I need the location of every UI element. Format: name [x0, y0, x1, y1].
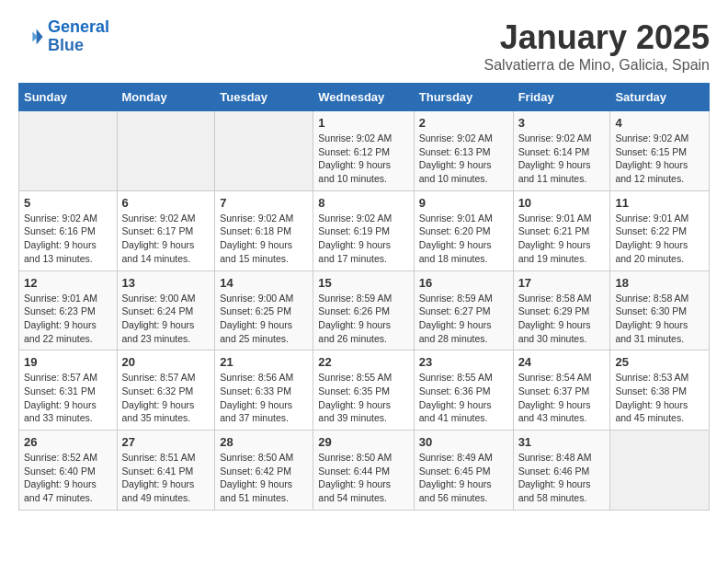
- day-header-monday: Monday: [117, 84, 215, 111]
- calendar-cell: 2Sunrise: 9:02 AM Sunset: 6:13 PM Daylig…: [414, 111, 513, 191]
- cell-daylight-info: Sunrise: 8:52 AM Sunset: 6:40 PM Dayligh…: [24, 451, 112, 505]
- cell-daylight-info: Sunrise: 9:02 AM Sunset: 6:19 PM Dayligh…: [318, 212, 408, 266]
- calendar-cell: 11Sunrise: 9:01 AM Sunset: 6:22 PM Dayli…: [610, 190, 710, 270]
- calendar-cell: 5Sunrise: 9:02 AM Sunset: 6:16 PM Daylig…: [19, 190, 118, 270]
- cell-daylight-info: Sunrise: 8:50 AM Sunset: 6:42 PM Dayligh…: [220, 451, 308, 505]
- day-number: 17: [518, 276, 606, 290]
- calendar-cell: [19, 111, 118, 191]
- location-title: Salvatierra de Mino, Galicia, Spain: [484, 57, 710, 74]
- day-number: 28: [220, 435, 308, 449]
- calendar-cell: 23Sunrise: 8:55 AM Sunset: 6:36 PM Dayli…: [414, 350, 513, 431]
- cell-daylight-info: Sunrise: 9:01 AM Sunset: 6:21 PM Dayligh…: [518, 212, 606, 266]
- day-number: 29: [318, 435, 408, 449]
- cell-daylight-info: Sunrise: 9:02 AM Sunset: 6:15 PM Dayligh…: [615, 132, 704, 186]
- cell-daylight-info: Sunrise: 9:00 AM Sunset: 6:25 PM Dayligh…: [220, 292, 308, 346]
- calendar-cell: 12Sunrise: 9:01 AM Sunset: 6:23 PM Dayli…: [19, 270, 118, 350]
- day-number: 20: [122, 355, 210, 369]
- calendar-header-row: SundayMondayTuesdayWednesdayThursdayFrid…: [19, 84, 710, 111]
- logo-icon: [18, 24, 44, 50]
- calendar-cell: 6Sunrise: 9:02 AM Sunset: 6:17 PM Daylig…: [117, 190, 215, 270]
- calendar-cell: 17Sunrise: 8:58 AM Sunset: 6:29 PM Dayli…: [513, 270, 610, 350]
- day-header-tuesday: Tuesday: [215, 84, 313, 111]
- day-number: 7: [220, 196, 308, 210]
- day-header-friday: Friday: [513, 84, 610, 111]
- day-number: 12: [24, 276, 112, 290]
- logo-text: General Blue: [48, 18, 109, 55]
- cell-daylight-info: Sunrise: 8:51 AM Sunset: 6:41 PM Dayligh…: [122, 451, 210, 505]
- calendar-cell: 18Sunrise: 8:58 AM Sunset: 6:30 PM Dayli…: [610, 270, 710, 350]
- day-number: 4: [615, 116, 704, 130]
- cell-daylight-info: Sunrise: 8:58 AM Sunset: 6:29 PM Dayligh…: [518, 292, 606, 346]
- calendar-cell: 30Sunrise: 8:49 AM Sunset: 6:45 PM Dayli…: [414, 431, 513, 511]
- calendar-cell: [610, 431, 710, 511]
- day-number: 18: [615, 276, 704, 290]
- day-number: 9: [419, 196, 508, 210]
- cell-daylight-info: Sunrise: 8:53 AM Sunset: 6:38 PM Dayligh…: [615, 371, 704, 425]
- page-header: General Blue January 2025 Salvatierra de…: [18, 18, 710, 74]
- calendar-cell: 20Sunrise: 8:57 AM Sunset: 6:32 PM Dayli…: [117, 350, 215, 431]
- calendar-cell: 29Sunrise: 8:50 AM Sunset: 6:44 PM Dayli…: [313, 431, 414, 511]
- cell-daylight-info: Sunrise: 8:55 AM Sunset: 6:35 PM Dayligh…: [318, 371, 408, 425]
- logo-line2: Blue: [48, 36, 84, 54]
- calendar-week-row: 12Sunrise: 9:01 AM Sunset: 6:23 PM Dayli…: [19, 270, 710, 350]
- day-number: 16: [419, 276, 508, 290]
- calendar-week-row: 1Sunrise: 9:02 AM Sunset: 6:12 PM Daylig…: [19, 111, 710, 191]
- calendar-cell: 26Sunrise: 8:52 AM Sunset: 6:40 PM Dayli…: [19, 431, 118, 511]
- calendar-cell: [215, 111, 313, 191]
- calendar-cell: 25Sunrise: 8:53 AM Sunset: 6:38 PM Dayli…: [610, 350, 710, 431]
- day-number: 2: [419, 116, 508, 130]
- calendar-week-row: 19Sunrise: 8:57 AM Sunset: 6:31 PM Dayli…: [19, 350, 710, 431]
- day-number: 1: [318, 116, 408, 130]
- day-number: 10: [518, 196, 606, 210]
- calendar-cell: 15Sunrise: 8:59 AM Sunset: 6:26 PM Dayli…: [313, 270, 414, 350]
- cell-daylight-info: Sunrise: 8:56 AM Sunset: 6:33 PM Dayligh…: [220, 371, 308, 425]
- cell-daylight-info: Sunrise: 9:02 AM Sunset: 6:18 PM Dayligh…: [220, 212, 308, 266]
- day-number: 13: [122, 276, 210, 290]
- cell-daylight-info: Sunrise: 9:02 AM Sunset: 6:16 PM Dayligh…: [24, 212, 112, 266]
- calendar-cell: 22Sunrise: 8:55 AM Sunset: 6:35 PM Dayli…: [313, 350, 414, 431]
- logo-line1: General: [48, 17, 109, 36]
- calendar-cell: 16Sunrise: 8:59 AM Sunset: 6:27 PM Dayli…: [414, 270, 513, 350]
- day-number: 22: [318, 355, 408, 369]
- day-number: 14: [220, 276, 308, 290]
- calendar-cell: 14Sunrise: 9:00 AM Sunset: 6:25 PM Dayli…: [215, 270, 313, 350]
- day-number: 6: [122, 196, 210, 210]
- cell-daylight-info: Sunrise: 8:50 AM Sunset: 6:44 PM Dayligh…: [318, 451, 408, 505]
- cell-daylight-info: Sunrise: 8:54 AM Sunset: 6:37 PM Dayligh…: [518, 371, 606, 425]
- cell-daylight-info: Sunrise: 9:00 AM Sunset: 6:24 PM Dayligh…: [122, 292, 210, 346]
- cell-daylight-info: Sunrise: 8:58 AM Sunset: 6:30 PM Dayligh…: [615, 292, 704, 346]
- calendar-cell: 4Sunrise: 9:02 AM Sunset: 6:15 PM Daylig…: [610, 111, 710, 191]
- cell-daylight-info: Sunrise: 8:55 AM Sunset: 6:36 PM Dayligh…: [419, 371, 508, 425]
- calendar-cell: 10Sunrise: 9:01 AM Sunset: 6:21 PM Dayli…: [513, 190, 610, 270]
- day-header-sunday: Sunday: [19, 84, 118, 111]
- calendar-cell: 1Sunrise: 9:02 AM Sunset: 6:12 PM Daylig…: [313, 111, 414, 191]
- day-number: 11: [615, 196, 704, 210]
- cell-daylight-info: Sunrise: 9:02 AM Sunset: 6:14 PM Dayligh…: [518, 132, 606, 186]
- cell-daylight-info: Sunrise: 8:48 AM Sunset: 6:46 PM Dayligh…: [518, 451, 606, 505]
- calendar-cell: 21Sunrise: 8:56 AM Sunset: 6:33 PM Dayli…: [215, 350, 313, 431]
- title-block: January 2025 Salvatierra de Mino, Galici…: [484, 18, 710, 74]
- cell-daylight-info: Sunrise: 8:57 AM Sunset: 6:32 PM Dayligh…: [122, 371, 210, 425]
- day-number: 5: [24, 196, 112, 210]
- cell-daylight-info: Sunrise: 9:02 AM Sunset: 6:17 PM Dayligh…: [122, 212, 210, 266]
- cell-daylight-info: Sunrise: 8:57 AM Sunset: 6:31 PM Dayligh…: [24, 371, 112, 425]
- cell-daylight-info: Sunrise: 9:02 AM Sunset: 6:13 PM Dayligh…: [419, 132, 508, 186]
- day-number: 19: [24, 355, 112, 369]
- calendar-cell: 7Sunrise: 9:02 AM Sunset: 6:18 PM Daylig…: [215, 190, 313, 270]
- calendar-table: SundayMondayTuesdayWednesdayThursdayFrid…: [18, 83, 710, 511]
- calendar-cell: 3Sunrise: 9:02 AM Sunset: 6:14 PM Daylig…: [513, 111, 610, 191]
- cell-daylight-info: Sunrise: 9:01 AM Sunset: 6:23 PM Dayligh…: [24, 292, 112, 346]
- calendar-body: 1Sunrise: 9:02 AM Sunset: 6:12 PM Daylig…: [19, 111, 710, 511]
- day-number: 3: [518, 116, 606, 130]
- month-title: January 2025: [484, 18, 710, 57]
- calendar-cell: [117, 111, 215, 191]
- cell-daylight-info: Sunrise: 9:01 AM Sunset: 6:20 PM Dayligh…: [419, 212, 508, 266]
- day-number: 23: [419, 355, 508, 369]
- cell-daylight-info: Sunrise: 8:49 AM Sunset: 6:45 PM Dayligh…: [419, 451, 508, 505]
- day-number: 25: [615, 355, 704, 369]
- day-header-wednesday: Wednesday: [313, 84, 414, 111]
- day-number: 27: [122, 435, 210, 449]
- calendar-cell: 31Sunrise: 8:48 AM Sunset: 6:46 PM Dayli…: [513, 431, 610, 511]
- logo: General Blue: [18, 18, 109, 55]
- calendar-cell: 24Sunrise: 8:54 AM Sunset: 6:37 PM Dayli…: [513, 350, 610, 431]
